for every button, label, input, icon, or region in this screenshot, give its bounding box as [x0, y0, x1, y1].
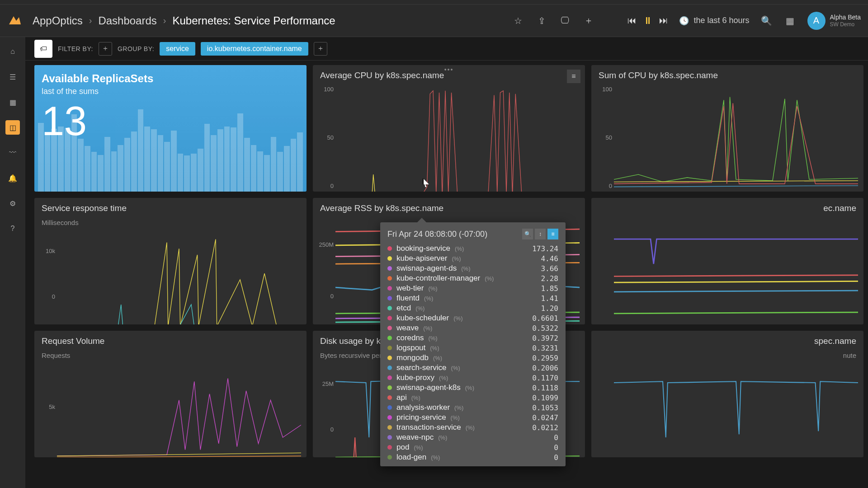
- group-chip-service[interactable]: service: [160, 42, 195, 56]
- tooltip-row: transaction-service(%)0.0212: [387, 423, 558, 432]
- panel-response-time[interactable]: Service response time Milliseconds 10k 0: [34, 198, 307, 324]
- breadcrumb-current[interactable]: Kubernetes: Service Performance: [172, 14, 335, 27]
- panel-menu-button[interactable]: ≡: [567, 70, 580, 83]
- rewind-icon[interactable]: ⏮: [627, 15, 637, 26]
- chart-tooltip: Fri Apr 24 08:08:00 (-07:00) 🔍 ↕ ≡ booki…: [380, 222, 566, 466]
- tooltip-row: analysis-worker(%)0.1053: [387, 403, 558, 412]
- sidebar-activity[interactable]: 〰: [5, 145, 20, 160]
- panel-subtitle: Requests: [34, 352, 307, 361]
- y-axis-ticks: 250M 0: [316, 219, 334, 322]
- tooltip-row: web-tier(%)1.85: [387, 284, 558, 293]
- sidebar-settings[interactable]: ⚙: [5, 196, 20, 211]
- star-icon[interactable]: ☆: [512, 14, 524, 27]
- tooltip-search-icon[interactable]: 🔍: [522, 229, 533, 239]
- chevron-right-icon: ›: [89, 15, 92, 26]
- tooltip-row: api(%)0.1099: [387, 393, 558, 402]
- sidebar-lists[interactable]: ☰: [5, 70, 20, 84]
- panel-drag-handle[interactable]: •••: [444, 66, 454, 73]
- add-filter-button[interactable]: ＋: [99, 42, 112, 56]
- sidebar-dashboards[interactable]: ◫: [5, 120, 20, 135]
- panel-sum-rss[interactable]: ec.name 06:00 08:00: [591, 198, 863, 324]
- app-header: AppOptics › Dashboards › Kubernetes: Ser…: [0, 5, 868, 37]
- panel-subtitle: nute: [591, 352, 863, 361]
- tag-icon[interactable]: 🏷: [34, 40, 52, 58]
- tooltip-row: kube-controller-manager(%)2.28: [387, 274, 558, 283]
- panel-title: Sum of CPU by k8s.spec.name: [599, 70, 718, 80]
- panel-title: Available ReplicaSets: [42, 72, 299, 85]
- tooltip-sort-icon[interactable]: ↕: [535, 229, 546, 239]
- tooltip-row: etcd(%)1.20: [387, 304, 558, 313]
- add-icon[interactable]: ＋: [582, 14, 595, 27]
- avatar: A: [807, 12, 826, 30]
- panel-subtitle: Milliseconds: [34, 219, 307, 228]
- time-range-label: the last 6 hours: [693, 16, 749, 25]
- tooltip-row: kube-proxy(%)0.1170: [387, 373, 558, 382]
- sidebar-home[interactable]: ⌂: [5, 44, 20, 59]
- panel-title: Average CPU by k8s.spec.name: [320, 70, 444, 80]
- tooltip-row: pricing-service(%)0.0247: [387, 413, 558, 422]
- sidebar-help[interactable]: ?: [5, 221, 20, 236]
- panel-last[interactable]: spec.name nute 06:00 08:00: [591, 331, 863, 457]
- time-range-picker[interactable]: 🕓 the last 6 hours: [679, 16, 749, 26]
- tooltip-row: mongodb(%)0.2959: [387, 353, 558, 362]
- add-groupby-button[interactable]: ＋: [314, 42, 327, 56]
- breadcrumb-dashboards[interactable]: Dashboards: [98, 14, 156, 27]
- tooltip-row: swisnap-agent-ds(%)3.66: [387, 264, 558, 273]
- filter-by-label: FILTER BY:: [58, 45, 93, 52]
- y-axis-ticks: 25M 0: [316, 361, 334, 452]
- user-menu[interactable]: A Alpha Beta SW Demo: [807, 12, 861, 30]
- panel-sum-cpu[interactable]: Sum of CPU by k8s.spec.name 100 50 0: [591, 65, 863, 192]
- fast-forward-icon[interactable]: ⏭: [659, 15, 668, 26]
- y-axis-ticks: 100 50 0: [316, 86, 334, 189]
- tooltip-row: weave(%)0.5322: [387, 324, 558, 333]
- group-by-label: GROUP BY:: [118, 45, 154, 52]
- y-axis-ticks: 100 50 0: [594, 86, 612, 189]
- search-icon[interactable]: 🔍: [760, 14, 773, 27]
- breadcrumb-app[interactable]: AppOptics: [33, 14, 83, 27]
- share-icon[interactable]: ⇪: [535, 14, 548, 27]
- pause-icon[interactable]: ⏸: [643, 15, 653, 27]
- panel-avg-cpu[interactable]: ••• ≡ Average CPU by k8s.spec.name 100 5…: [313, 65, 585, 192]
- sidebar: ⌂ ☰ ▦ ◫ 〰 🔔 ⚙ ?: [0, 37, 25, 488]
- panel-replicasets[interactable]: ••• Available ReplicaSets last of the su…: [34, 65, 307, 192]
- tooltip-timestamp: Fri Apr 24 08:08:00 (-07:00): [387, 230, 487, 239]
- panel-title: spec.name: [814, 336, 856, 346]
- user-org: SW Demo: [830, 21, 861, 28]
- monitor-icon[interactable]: 🖵: [559, 14, 571, 27]
- chart-last[interactable]: 06:00 08:00: [591, 361, 863, 457]
- panel-title: Average RSS by k8s.spec.name: [320, 203, 443, 213]
- panel-title: Request Volume: [42, 336, 104, 346]
- tooltip-row: kube-apiserver(%)4.46: [387, 254, 558, 263]
- tooltip-row: coredns(%)0.3972: [387, 333, 558, 343]
- user-name: Alpha Beta: [830, 13, 861, 21]
- x-axis-ticks: 06:00 08:00: [614, 456, 858, 457]
- chart-avg-cpu[interactable]: 100 50 0 04:00 06:00 08: [313, 86, 585, 192]
- breadcrumbs: AppOptics › Dashboards › Kubernetes: Ser…: [33, 14, 335, 27]
- appoptics-logo[interactable]: [7, 14, 22, 28]
- panel-title: Service response time: [42, 203, 127, 213]
- tooltip-rows: booking-service(%)173.24kube-apiserver(%…: [387, 244, 558, 462]
- chart-sum-rss[interactable]: 06:00 08:00: [591, 219, 863, 324]
- tooltip-bars-icon[interactable]: ≡: [547, 229, 558, 239]
- chart-sum-cpu[interactable]: 100 50 0 06:00: [591, 86, 863, 192]
- tooltip-row: load-gen(%)0: [387, 453, 558, 462]
- x-axis-ticks: 04:00 06:00 08:00: [57, 456, 301, 457]
- apps-grid-icon[interactable]: ▦: [784, 14, 797, 27]
- panel-subtitle: last of the sums: [42, 87, 299, 96]
- tooltip-row: search-service(%)0.2006: [387, 363, 558, 372]
- chart-request-volume[interactable]: 5k 04:00 06:00 08:00: [34, 361, 307, 457]
- sidebar-alerts[interactable]: 🔔: [5, 171, 20, 185]
- tooltip-row: booking-service(%)173.24: [387, 244, 558, 253]
- tooltip-row: kube-scheduler(%)0.6601: [387, 314, 558, 323]
- panel-request-volume[interactable]: Request Volume Requests 5k: [34, 331, 307, 457]
- chart-response-time[interactable]: 10k 0 04:00 06:00 08:00: [34, 228, 307, 324]
- tooltip-row: logspout(%)0.3231: [387, 343, 558, 352]
- tooltip-row: pod(%)0: [387, 443, 558, 452]
- sidebar-grid[interactable]: ▦: [5, 95, 20, 109]
- clock-icon: 🕓: [679, 16, 689, 26]
- tooltip-row: fluentd(%)1.41: [387, 294, 558, 303]
- group-chip-container[interactable]: io.kubernetes.container.name: [201, 42, 308, 56]
- chevron-right-icon: ›: [163, 15, 166, 26]
- panel-title: ec.name: [823, 203, 856, 213]
- y-axis-ticks: 10k 0: [37, 228, 55, 319]
